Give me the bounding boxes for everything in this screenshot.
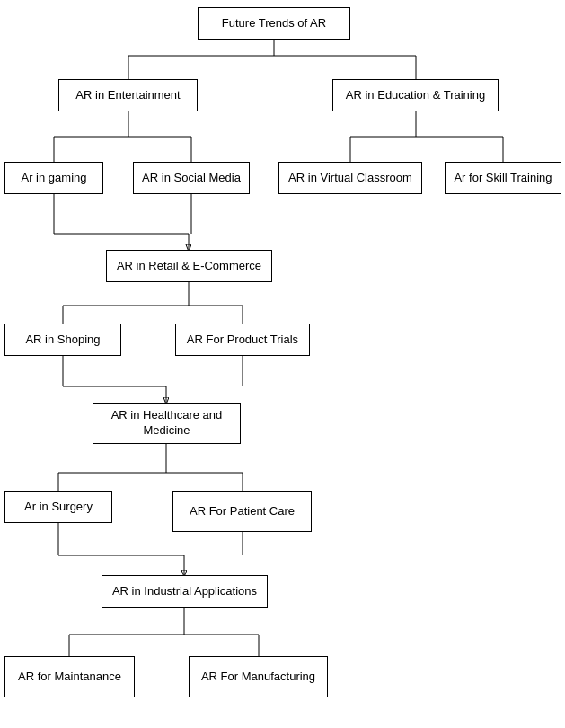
entertainment-node: AR in Entertainment — [58, 79, 198, 111]
virtual-node: AR in Virtual Classroom — [278, 162, 422, 194]
industrial-node: AR in Industrial Applications — [102, 575, 268, 608]
skill-node: Ar for Skill Training — [445, 162, 561, 194]
surgery-node: Ar in Surgery — [4, 491, 112, 523]
education-node: AR in Education & Training — [332, 79, 499, 111]
manufacturing-node: AR For Manufacturing — [189, 656, 328, 697]
retail-node: AR in Retail & E-Commerce — [106, 250, 272, 282]
social-node: AR in Social Media — [133, 162, 250, 194]
maintanance-node: AR for Maintanance — [4, 656, 135, 697]
diagram: Future Trends of AR AR in Entertainment … — [0, 0, 565, 728]
root-node: Future Trends of AR — [198, 7, 350, 40]
gaming-node: Ar in gaming — [4, 162, 103, 194]
product-node: AR For Product Trials — [175, 324, 310, 356]
patient-node: AR For Patient Care — [172, 491, 312, 532]
healthcare-node: AR in Healthcare and Medicine — [93, 403, 241, 444]
shopping-node: AR in Shoping — [4, 324, 121, 356]
